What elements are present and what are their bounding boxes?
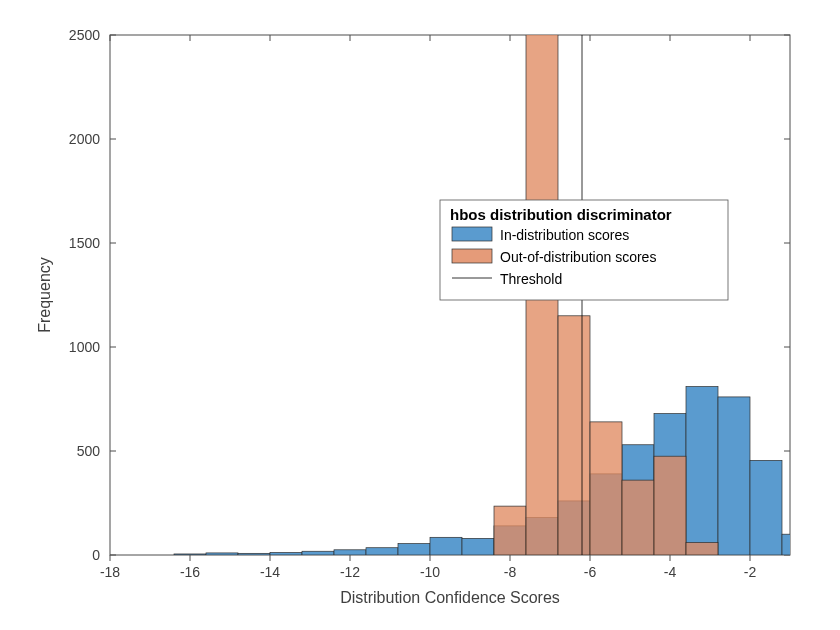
- y-tick-label: 1000: [69, 339, 100, 355]
- y-tick-label: 2000: [69, 131, 100, 147]
- histogram-bar: [718, 397, 750, 555]
- histogram-bar: [686, 543, 718, 555]
- y-tick-label: 1500: [69, 235, 100, 251]
- histogram-bar: [622, 480, 654, 555]
- y-tick-label: 2500: [69, 27, 100, 43]
- y-axis-label: Frequency: [36, 257, 53, 333]
- x-tick-label: -18: [100, 564, 120, 580]
- legend-label: In-distribution scores: [500, 227, 629, 243]
- legend-label: Threshold: [500, 271, 562, 287]
- legend-label: Out-of-distribution scores: [500, 249, 656, 265]
- legend-title: hbos distribution discriminator: [450, 206, 672, 223]
- histogram-bar: [430, 537, 462, 555]
- histogram-bar: [494, 506, 526, 555]
- histogram-bar: [334, 550, 366, 555]
- histogram-bar: [750, 460, 782, 555]
- histogram-chart: -18-16-14-12-10-8-6-4-205001000150020002…: [0, 0, 840, 630]
- histogram-bar: [558, 316, 590, 555]
- histogram-bar: [366, 548, 398, 555]
- histogram-bar: [270, 553, 302, 555]
- histogram-bar: [590, 422, 622, 555]
- histogram-bar: [302, 551, 334, 555]
- x-tick-label: -2: [744, 564, 757, 580]
- legend-swatch: [452, 249, 492, 263]
- histogram-bar: [238, 553, 270, 555]
- x-tick-label: -8: [504, 564, 517, 580]
- y-tick-label: 500: [77, 443, 101, 459]
- x-tick-label: -14: [260, 564, 280, 580]
- y-tick-label: 0: [92, 547, 100, 563]
- x-tick-label: -12: [340, 564, 360, 580]
- x-axis-label: Distribution Confidence Scores: [340, 589, 560, 606]
- histogram-bar: [174, 554, 206, 555]
- x-tick-label: -16: [180, 564, 200, 580]
- histogram-bar: [782, 534, 814, 555]
- histogram-bar: [654, 456, 686, 555]
- x-tick-label: -6: [584, 564, 597, 580]
- histogram-bar: [206, 553, 238, 555]
- x-tick-label: -4: [664, 564, 677, 580]
- histogram-bar: [398, 544, 430, 555]
- x-tick-label: -10: [420, 564, 440, 580]
- histogram-bar: [686, 387, 718, 555]
- histogram-bar: [462, 538, 494, 555]
- legend-swatch: [452, 227, 492, 241]
